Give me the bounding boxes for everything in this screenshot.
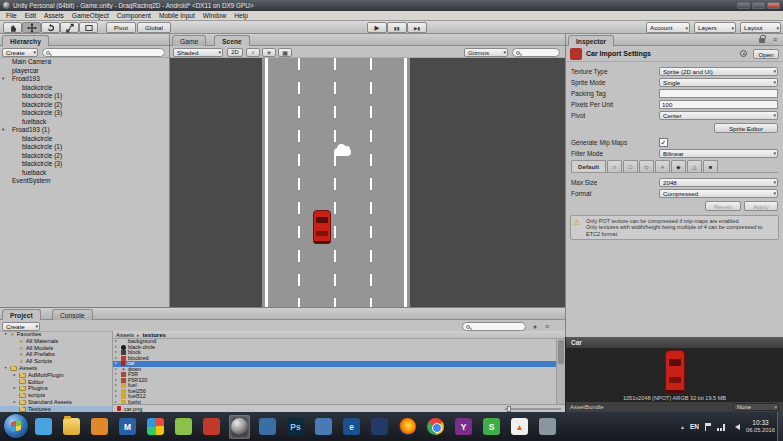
network-icon[interactable] bbox=[717, 423, 726, 431]
preview-header[interactable]: Car bbox=[566, 337, 783, 348]
global-toggle-button[interactable]: Global bbox=[137, 22, 171, 33]
packing-tag-field[interactable] bbox=[659, 89, 778, 98]
tray-expand-icon[interactable] bbox=[681, 423, 684, 430]
project-tree-item[interactable]: ★All Prefabs bbox=[0, 351, 112, 358]
step-button[interactable] bbox=[407, 22, 427, 33]
hierarchy-item[interactable]: playercar bbox=[0, 67, 169, 76]
menu-gameobject[interactable]: GameObject bbox=[68, 12, 113, 19]
taskbar-icon-app-m-blue[interactable]: M bbox=[117, 415, 138, 439]
project-tree-item[interactable]: ★All Materials bbox=[0, 338, 112, 345]
taskbar-icon-yandex[interactable]: Y bbox=[453, 415, 474, 439]
hierarchy-item[interactable]: fuelback bbox=[0, 118, 169, 127]
filter-mode-dropdown[interactable]: Bilinear bbox=[659, 149, 778, 158]
taskbar-icon-vlc[interactable]: ▲ bbox=[509, 415, 530, 439]
scrollbar-thumb[interactable] bbox=[558, 340, 564, 364]
lock-icon[interactable] bbox=[759, 38, 765, 43]
hidden-packages-icon[interactable] bbox=[542, 322, 552, 331]
menu-edit[interactable]: Edit bbox=[21, 12, 40, 19]
taskbar-icon-app-steelblue[interactable] bbox=[313, 415, 334, 439]
taskbar-icon-folder-explorer[interactable] bbox=[61, 415, 82, 439]
hierarchy-item[interactable]: blackcircle (2) bbox=[0, 101, 169, 110]
scene-audio-toggle-icon[interactable] bbox=[246, 48, 260, 57]
hierarchy-item[interactable]: blackcircle bbox=[0, 84, 169, 93]
tab-scene[interactable]: Scene bbox=[214, 35, 250, 46]
tab-project[interactable]: Project bbox=[2, 309, 41, 320]
taskbar-icon-firefox[interactable] bbox=[397, 415, 418, 439]
taskbar-icon-app-gray[interactable] bbox=[537, 415, 558, 439]
hierarchy-item[interactable]: Main Camera bbox=[0, 58, 169, 67]
apply-button[interactable]: Apply bbox=[744, 201, 778, 211]
create-menu-button[interactable]: Create bbox=[2, 322, 40, 331]
search-favorites-icon[interactable] bbox=[530, 322, 540, 331]
pause-button[interactable] bbox=[387, 22, 407, 33]
taskbar-icon-app-red[interactable] bbox=[201, 415, 222, 439]
2d-toggle-button[interactable]: 2D bbox=[227, 48, 243, 57]
foldout-arrow[interactable]: ▸ bbox=[12, 385, 17, 392]
sprite-editor-button[interactable]: Sprite Editor bbox=[714, 123, 778, 133]
menu-window[interactable]: Window bbox=[199, 12, 230, 19]
close-button[interactable] bbox=[767, 2, 780, 9]
pixels-per-unit-field[interactable]: 100 bbox=[659, 100, 778, 109]
asset-list-scrollbar[interactable] bbox=[556, 339, 565, 404]
shading-mode-dropdown[interactable]: Shaded bbox=[173, 48, 223, 57]
taskbar-icon-app-orange[interactable] bbox=[89, 415, 110, 439]
platform-tab-blackberry[interactable]: ◆ bbox=[671, 160, 686, 172]
platform-tab-ios[interactable]: ◇ bbox=[639, 160, 654, 172]
project-tree-item[interactable]: ▾Assets bbox=[0, 365, 112, 372]
taskbar-icon-app-navy[interactable] bbox=[369, 415, 390, 439]
project-tree-item[interactable]: ▸Plugins bbox=[0, 385, 112, 392]
language-indicator[interactable]: EN bbox=[690, 423, 699, 430]
platform-tab-standalone[interactable]: □ bbox=[623, 160, 638, 172]
show-desktop-button[interactable] bbox=[777, 412, 783, 441]
platform-tab-default[interactable]: Default bbox=[571, 160, 606, 172]
project-tree-item[interactable]: ★All Scripts bbox=[0, 358, 112, 365]
volume-icon[interactable] bbox=[732, 424, 740, 430]
taskbar-icon-chrome[interactable] bbox=[425, 415, 446, 439]
assetbundle-dropdown[interactable]: None bbox=[733, 403, 779, 411]
menu-mobile-input[interactable]: Mobile Input bbox=[155, 12, 199, 19]
scene-search-input[interactable] bbox=[512, 48, 560, 57]
hierarchy-item[interactable]: blackcircle (1) bbox=[0, 143, 169, 152]
action-center-icon[interactable] bbox=[705, 423, 711, 431]
menu-help[interactable]: Help bbox=[230, 12, 252, 19]
foldout-arrow[interactable]: ▸ bbox=[12, 399, 17, 406]
sprite-mode-dropdown[interactable]: Single bbox=[659, 78, 778, 87]
move-tool-button[interactable] bbox=[22, 22, 41, 33]
taskbar-icon-app-s-green[interactable]: S bbox=[481, 415, 502, 439]
player-car-sprite[interactable] bbox=[313, 210, 331, 244]
tab-console[interactable]: Console bbox=[52, 309, 93, 320]
panel-menu-icon[interactable]: ≡ bbox=[773, 34, 777, 45]
rotate-tool-button[interactable] bbox=[41, 22, 60, 33]
hierarchy-item[interactable]: ▾Froad193 (1) bbox=[0, 126, 169, 135]
hierarchy-item[interactable]: ▾Froad193 bbox=[0, 75, 169, 84]
project-tree-item[interactable]: ★All Models bbox=[0, 345, 112, 352]
project-tree-item[interactable]: ▾★Favorites bbox=[0, 331, 112, 338]
taskbar-icon-photoshop[interactable]: Ps bbox=[285, 415, 306, 439]
start-button[interactable] bbox=[4, 414, 28, 438]
taskbar-icon-app-colorgrid[interactable] bbox=[145, 415, 166, 439]
create-menu-button[interactable]: Create bbox=[2, 48, 38, 57]
hierarchy-item[interactable]: blackcircle (1) bbox=[0, 92, 169, 101]
project-tree-item[interactable]: Editor bbox=[0, 379, 112, 386]
clock[interactable]: 10:33 06.05.2016 bbox=[746, 419, 775, 434]
platform-tab-tizen[interactable]: △ bbox=[687, 160, 702, 172]
layers-dropdown[interactable]: Layers bbox=[694, 22, 736, 33]
hierarchy-item[interactable]: blackcircle bbox=[0, 135, 169, 144]
minimize-button[interactable] bbox=[737, 2, 750, 9]
hierarchy-item[interactable]: blackcircle (2) bbox=[0, 152, 169, 161]
texture-type-dropdown[interactable]: Sprite (2D and UI) bbox=[659, 67, 778, 76]
taskbar-icon-unity-editor[interactable] bbox=[229, 415, 250, 439]
hierarchy-item[interactable]: blackcircle (3) bbox=[0, 109, 169, 118]
project-tree-item[interactable]: ▸AdMobPlugin bbox=[0, 372, 112, 379]
foldout-arrow[interactable]: ▾ bbox=[2, 126, 4, 135]
foldout-arrow[interactable]: ▾ bbox=[3, 365, 8, 372]
hierarchy-item[interactable]: blackcircle (3) bbox=[0, 160, 169, 169]
taskbar-icon-internet-explorer[interactable]: e bbox=[341, 415, 362, 439]
slider-thumb[interactable] bbox=[507, 406, 511, 412]
menu-file[interactable]: File bbox=[2, 12, 21, 19]
gear-icon[interactable] bbox=[740, 50, 747, 57]
project-tree-item[interactable]: ▸Standard Assets bbox=[0, 399, 112, 406]
scene-lighting-toggle-icon[interactable] bbox=[262, 48, 276, 57]
tab-hierarchy[interactable]: Hierarchy bbox=[2, 35, 49, 46]
format-dropdown[interactable]: Compressed bbox=[659, 189, 778, 198]
